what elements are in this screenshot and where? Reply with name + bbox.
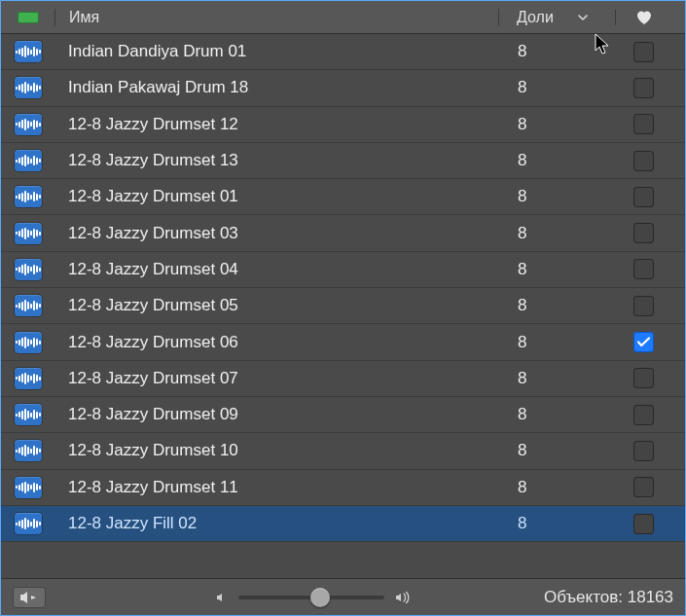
loop-list: Indian Dandiya Drum 018Indian Pakawaj Dr… xyxy=(1,34,685,578)
table-row[interactable]: 12-8 Jazzy Drumset 138 xyxy=(1,143,685,179)
loop-beats: 8 xyxy=(498,333,615,352)
loop-name: 12-8 Jazzy Drumset 07 xyxy=(54,369,498,388)
audio-loop-icon xyxy=(15,186,42,207)
speaker-play-icon xyxy=(19,591,39,604)
loop-icon-cell[interactable] xyxy=(1,259,54,280)
audio-loop-icon xyxy=(15,368,42,389)
favorite-checkbox[interactable] xyxy=(633,368,654,388)
loop-beats: 8 xyxy=(498,260,615,279)
loop-icon-cell[interactable] xyxy=(1,368,54,389)
audio-loop-icon xyxy=(15,440,42,461)
table-row[interactable]: Indian Pakawaj Drum 188 xyxy=(1,70,685,106)
table-row[interactable]: 12-8 Jazzy Drumset 108 xyxy=(1,433,685,469)
loop-name: 12-8 Jazzy Drumset 05 xyxy=(54,296,498,315)
chevron-down-icon xyxy=(577,12,589,23)
audio-loop-icon xyxy=(15,513,42,534)
loop-icon-cell[interactable] xyxy=(1,332,54,353)
table-row[interactable]: 12-8 Jazzy Fill 028 xyxy=(1,506,685,542)
column-header-name[interactable]: Имя xyxy=(54,9,498,26)
favorite-cell[interactable] xyxy=(615,296,671,316)
loop-icon-cell[interactable] xyxy=(1,295,54,316)
favorite-cell[interactable] xyxy=(615,42,671,62)
preview-button[interactable] xyxy=(13,587,46,608)
loop-name: 12-8 Jazzy Drumset 11 xyxy=(54,478,498,497)
loop-beats: 8 xyxy=(498,478,615,497)
table-row[interactable]: 12-8 Jazzy Drumset 058 xyxy=(1,288,685,324)
favorite-checkbox[interactable] xyxy=(633,514,654,534)
loop-icon-cell[interactable] xyxy=(1,440,54,461)
column-header-beats[interactable]: Доли xyxy=(498,9,615,26)
column-header-favorite[interactable] xyxy=(615,10,671,25)
object-count: Объектов: 18163 xyxy=(544,588,673,607)
loop-icon-cell[interactable] xyxy=(1,477,54,498)
audio-loop-icon xyxy=(15,77,42,98)
favorite-checkbox[interactable] xyxy=(633,332,654,352)
table-row[interactable]: 12-8 Jazzy Drumset 078 xyxy=(1,361,685,397)
favorite-cell[interactable] xyxy=(615,259,671,279)
volume-low-icon xyxy=(215,591,229,604)
loop-beats: 8 xyxy=(498,441,615,460)
loop-icon-cell[interactable] xyxy=(1,223,54,244)
audio-loop-icon xyxy=(15,477,42,498)
loop-name: Indian Dandiya Drum 01 xyxy=(54,42,498,61)
favorite-cell[interactable] xyxy=(615,405,671,425)
loop-icon-cell[interactable] xyxy=(1,41,54,62)
favorite-cell[interactable] xyxy=(615,151,671,171)
favorite-checkbox[interactable] xyxy=(633,78,654,98)
favorite-cell[interactable] xyxy=(615,187,671,207)
table-row[interactable]: 12-8 Jazzy Drumset 128 xyxy=(1,107,685,143)
audio-loop-icon xyxy=(15,41,42,62)
table-row[interactable]: 12-8 Jazzy Drumset 068 xyxy=(1,324,685,360)
loop-name: 12-8 Jazzy Drumset 13 xyxy=(54,151,498,170)
loop-name: 12-8 Jazzy Fill 02 xyxy=(54,514,498,533)
favorite-checkbox[interactable] xyxy=(633,296,654,316)
favorite-cell[interactable] xyxy=(615,332,671,352)
favorite-checkbox[interactable] xyxy=(633,151,654,171)
loop-beats: 8 xyxy=(498,115,615,134)
audio-loop-icon xyxy=(15,150,42,171)
loop-icon-cell[interactable] xyxy=(1,114,54,135)
table-row[interactable]: 12-8 Jazzy Drumset 048 xyxy=(1,252,685,288)
favorite-cell[interactable] xyxy=(615,514,671,534)
table-row[interactable]: 12-8 Jazzy Drumset 118 xyxy=(1,470,685,506)
favorite-cell[interactable] xyxy=(615,368,671,388)
table-row[interactable]: 12-8 Jazzy Drumset 098 xyxy=(1,397,685,433)
loop-beats: 8 xyxy=(498,514,615,533)
loop-icon-cell[interactable] xyxy=(1,513,54,534)
favorite-checkbox[interactable] xyxy=(633,259,654,279)
heart-icon xyxy=(635,10,653,25)
favorite-checkbox[interactable] xyxy=(633,42,654,62)
volume-slider[interactable] xyxy=(238,596,384,599)
favorite-cell[interactable] xyxy=(615,441,671,461)
loop-icon-cell[interactable] xyxy=(1,77,54,98)
audio-loop-icon xyxy=(15,404,42,425)
table-row[interactable]: 12-8 Jazzy Drumset 038 xyxy=(1,215,685,251)
loop-beats: 8 xyxy=(498,224,615,243)
favorite-cell[interactable] xyxy=(615,78,671,98)
loop-beats: 8 xyxy=(498,42,615,61)
column-header-beats-label: Доли xyxy=(517,9,554,26)
loop-name: 12-8 Jazzy Drumset 06 xyxy=(54,333,498,352)
loop-beats: 8 xyxy=(498,187,615,206)
favorite-checkbox[interactable] xyxy=(633,114,654,134)
favorite-checkbox[interactable] xyxy=(633,441,654,461)
volume-slider-thumb[interactable] xyxy=(310,588,330,607)
volume-high-icon xyxy=(394,591,412,604)
loop-icon-cell[interactable] xyxy=(1,404,54,425)
favorite-checkbox[interactable] xyxy=(633,187,654,207)
favorite-checkbox[interactable] xyxy=(633,405,654,425)
loop-icon-cell[interactable] xyxy=(1,150,54,171)
loop-icon-cell[interactable] xyxy=(1,186,54,207)
table-row[interactable]: Indian Dandiya Drum 018 xyxy=(1,34,685,70)
favorite-cell[interactable] xyxy=(615,477,671,497)
favorite-checkbox[interactable] xyxy=(633,223,654,243)
loop-name: 12-8 Jazzy Drumset 10 xyxy=(54,441,498,460)
favorite-cell[interactable] xyxy=(615,223,671,243)
loop-filter-icon[interactable] xyxy=(18,12,39,23)
audio-loop-icon xyxy=(15,332,42,353)
footer-bar: Объектов: 18163 xyxy=(1,578,685,615)
favorite-cell[interactable] xyxy=(615,114,671,134)
table-row[interactable]: 12-8 Jazzy Drumset 018 xyxy=(1,179,685,215)
favorite-checkbox[interactable] xyxy=(633,477,654,497)
column-handle xyxy=(1,12,54,23)
